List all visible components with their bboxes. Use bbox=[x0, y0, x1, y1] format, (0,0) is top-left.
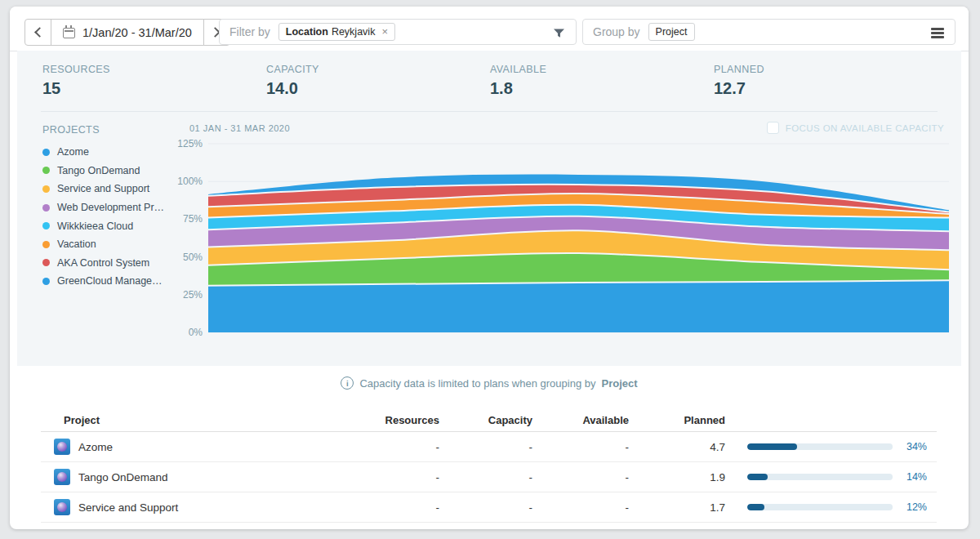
menu-icon[interactable] bbox=[931, 28, 944, 38]
date-range-label: 1/Jan/20 - 31/Mar/20 bbox=[82, 26, 192, 39]
legend-item[interactable]: Azome bbox=[42, 143, 185, 162]
chevron-left-icon bbox=[34, 27, 45, 38]
info-note: i Capacity data is limited to plans when… bbox=[10, 376, 969, 390]
stat-label: CAPACITY bbox=[266, 64, 490, 75]
resources-value: - bbox=[368, 501, 439, 514]
capacity-value: - bbox=[439, 501, 532, 514]
legend-label: Azome bbox=[57, 146, 89, 158]
resources-value: - bbox=[368, 471, 439, 483]
summary-panel: RESOURCES 15 CAPACITY 14.0 AVAILABLE 1.8… bbox=[17, 51, 961, 366]
project-avatar-icon bbox=[54, 439, 70, 455]
available-value: - bbox=[532, 501, 629, 514]
prev-period-button[interactable] bbox=[24, 19, 51, 46]
legend-dot-icon bbox=[42, 167, 50, 174]
planned-value: 4.7 bbox=[629, 441, 725, 453]
filter-by-label: Filter by bbox=[229, 25, 270, 38]
col-planned: Planned bbox=[629, 414, 725, 426]
filter-chip-field: Location bbox=[286, 26, 328, 38]
planned-progress-track bbox=[747, 443, 893, 450]
y-axis-tick: 50% bbox=[183, 252, 203, 263]
legend-item[interactable]: AKA Control System bbox=[42, 254, 185, 273]
planned-percent: 12% bbox=[893, 501, 927, 513]
table-row[interactable]: Azome - - - 4.7 34% bbox=[41, 432, 937, 462]
stats-row: RESOURCES 15 CAPACITY 14.0 AVAILABLE 1.8… bbox=[41, 51, 938, 112]
info-note-text: Capacity data is limited to plans when g… bbox=[359, 377, 595, 390]
project-avatar-icon bbox=[54, 499, 70, 515]
legend-label: Tango OnDemand bbox=[57, 165, 140, 176]
stat-capacity: CAPACITY 14.0 bbox=[266, 64, 490, 111]
table-body: Azome - - - 4.7 34% Tango OnDemand - - -… bbox=[41, 432, 937, 523]
legend-label: Vacation bbox=[57, 238, 96, 250]
toolbar: 1/Jan/20 - 31/Mar/20 Filter by Location … bbox=[10, 7, 969, 51]
group-chip-project[interactable]: Project bbox=[648, 23, 695, 41]
legend-label: AKA Control System bbox=[57, 257, 149, 269]
filter-by-box[interactable]: Filter by Location Reykjavik × bbox=[219, 19, 577, 45]
planned-progress-fill bbox=[747, 443, 797, 450]
legend-label: Web Development Pr… bbox=[57, 202, 164, 213]
date-range-button[interactable]: 1/Jan/20 - 31/Mar/20 bbox=[51, 19, 204, 46]
stat-planned: PLANNED 12.7 bbox=[714, 64, 938, 111]
legend-item[interactable]: Tango OnDemand bbox=[42, 162, 185, 180]
capacity-value: - bbox=[439, 471, 532, 483]
chart-period-label: 01 JAN - 31 MAR 2020 bbox=[189, 123, 290, 133]
info-icon: i bbox=[341, 376, 354, 390]
project-name: Service and Support bbox=[78, 501, 178, 514]
stat-value: 15 bbox=[42, 79, 266, 98]
legend-list: AzomeTango OnDemandService and SupportWe… bbox=[42, 143, 185, 291]
filter-chip-location[interactable]: Location Reykjavik × bbox=[278, 23, 395, 41]
remove-filter-icon[interactable]: × bbox=[381, 28, 388, 36]
project-name: Tango OnDemand bbox=[78, 471, 168, 483]
focus-available-capacity-toggle[interactable]: FOCUS ON AVAILABLE CAPACITY bbox=[767, 122, 944, 134]
stat-label: PLANNED bbox=[714, 64, 938, 75]
planned-progress-fill bbox=[747, 504, 764, 510]
y-axis-tick: 0% bbox=[189, 327, 203, 338]
col-project: Project bbox=[41, 414, 368, 426]
project-avatar-icon bbox=[54, 469, 70, 485]
legend-item[interactable]: Vacation bbox=[42, 235, 185, 254]
planned-value: 1.9 bbox=[629, 471, 725, 483]
chart-legend: PROJECTS AzomeTango OnDemandService and … bbox=[42, 124, 185, 291]
legend-item[interactable]: Service and Support bbox=[42, 180, 185, 198]
legend-dot-icon bbox=[42, 222, 50, 229]
group-chip-value: Project bbox=[656, 26, 688, 38]
project-name: Azome bbox=[78, 441, 113, 453]
stat-label: AVAILABLE bbox=[490, 64, 714, 75]
stat-value: 12.7 bbox=[714, 79, 938, 98]
legend-dot-icon bbox=[42, 149, 50, 156]
legend-dot-icon bbox=[42, 278, 50, 285]
legend-title: PROJECTS bbox=[42, 124, 185, 136]
table-row[interactable]: Service and Support - - - 1.7 12% bbox=[41, 492, 937, 523]
stat-label: RESOURCES bbox=[42, 64, 266, 75]
y-axis-tick: 125% bbox=[177, 139, 203, 149]
area-series bbox=[208, 280, 949, 332]
legend-item[interactable]: Wikkkieea Cloud bbox=[42, 216, 185, 235]
y-axis-tick: 25% bbox=[183, 289, 203, 301]
table-row[interactable]: Tango OnDemand - - - 1.9 14% bbox=[41, 462, 937, 492]
projects-table: Project Resources Capacity Available Pla… bbox=[41, 408, 937, 523]
legend-item[interactable]: GreenCloud Manage… bbox=[42, 272, 185, 291]
legend-label: Service and Support bbox=[57, 183, 149, 194]
project-cell: Service and Support bbox=[41, 499, 368, 515]
planned-value: 1.7 bbox=[629, 501, 725, 514]
checkbox-icon[interactable] bbox=[767, 122, 779, 134]
focus-toggle-label: FOCUS ON AVAILABLE CAPACITY bbox=[786, 123, 944, 133]
group-by-box[interactable]: Group by Project bbox=[582, 19, 956, 45]
stat-resources: RESOURCES 15 bbox=[42, 64, 266, 111]
legend-dot-icon bbox=[42, 204, 50, 212]
available-value: - bbox=[532, 441, 629, 453]
filter-icon[interactable] bbox=[553, 27, 565, 42]
planned-progress-track bbox=[747, 474, 893, 480]
legend-dot-icon bbox=[42, 185, 50, 193]
stat-available: AVAILABLE 1.8 bbox=[490, 64, 714, 111]
project-cell: Azome bbox=[41, 439, 368, 455]
planned-percent: 34% bbox=[893, 441, 927, 452]
date-range-picker: 1/Jan/20 - 31/Mar/20 bbox=[24, 19, 230, 46]
legend-dot-icon bbox=[42, 241, 50, 248]
lower-section: i Capacity data is limited to plans when… bbox=[10, 366, 969, 523]
y-axis-tick: 75% bbox=[183, 213, 203, 225]
legend-item[interactable]: Web Development Pr… bbox=[42, 198, 185, 217]
available-value: - bbox=[532, 471, 629, 483]
capacity-report-card: 1/Jan/20 - 31/Mar/20 Filter by Location … bbox=[10, 7, 969, 529]
legend-dot-icon bbox=[42, 259, 50, 266]
col-resources: Resources bbox=[368, 414, 439, 426]
